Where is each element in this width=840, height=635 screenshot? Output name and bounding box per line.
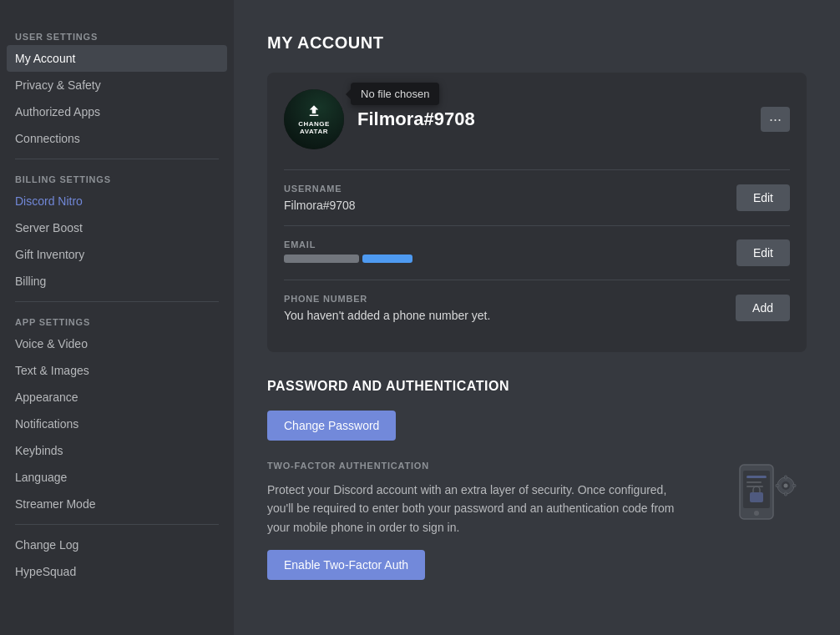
email-label: EMAIL xyxy=(284,239,723,249)
username-label: USERNAME xyxy=(284,184,723,194)
phone-field: PHONE NUMBER You haven't added a phone n… xyxy=(284,280,790,335)
no-file-tooltip: No file chosen xyxy=(351,83,439,105)
two-factor-illustration xyxy=(706,461,807,527)
svg-rect-3 xyxy=(746,476,767,478)
two-factor-label: TWO-FACTOR AUTHENTICATION xyxy=(267,461,690,471)
username-field: USERNAME Filmora#9708 Edit xyxy=(284,169,790,225)
email-edit-button[interactable]: Edit xyxy=(736,239,790,266)
sidebar-item-change-log[interactable]: Change Log xyxy=(7,532,227,558)
username-value: Filmora#9708 xyxy=(284,199,723,212)
enable-2fa-button[interactable]: Enable Two-Factor Auth xyxy=(267,550,425,580)
sidebar-item-voice-video[interactable]: Voice & Video xyxy=(7,330,227,357)
sidebar-item-hypesquad[interactable]: HypeSquad xyxy=(7,558,227,585)
profile-card: CHANGEAVATAR No file chosen Filmora#9708… xyxy=(267,73,807,352)
sidebar-item-discord-nitro[interactable]: Discord Nitro xyxy=(7,188,227,214)
username-edit-button[interactable]: Edit xyxy=(736,184,790,211)
main-content: MY ACCOUNT CHANGEAVATAR No file chosen F… xyxy=(234,0,840,635)
email-value xyxy=(284,255,723,263)
email-partial xyxy=(362,255,412,263)
username-field-content: USERNAME Filmora#9708 xyxy=(284,184,723,212)
email-field-content: EMAIL xyxy=(284,239,723,263)
password-auth-section: PASSWORD AND AUTHENTICATION Change Passw… xyxy=(267,379,807,580)
profile-header: CHANGEAVATAR No file chosen Filmora#9708… xyxy=(284,89,790,149)
phone-label: PHONE NUMBER xyxy=(284,294,722,304)
avatar-wrapper: CHANGEAVATAR No file chosen xyxy=(284,89,344,149)
sidebar-item-language[interactable]: Language xyxy=(7,464,227,491)
sidebar-item-privacy-safety[interactable]: Privacy & Safety xyxy=(7,72,227,98)
more-options-button[interactable]: ··· xyxy=(761,107,790,132)
sidebar-divider-2 xyxy=(15,301,219,302)
sidebar-item-connections[interactable]: Connections xyxy=(7,125,227,152)
sidebar-item-my-account[interactable]: My Account xyxy=(7,45,227,72)
sidebar-item-authorized-apps[interactable]: Authorized Apps xyxy=(7,98,227,125)
email-field: EMAIL Edit xyxy=(284,225,790,280)
two-factor-text: TWO-FACTOR AUTHENTICATION Protect your D… xyxy=(267,461,690,580)
phone-add-button[interactable]: Add xyxy=(736,295,790,321)
phone-value: You haven't added a phone number yet. xyxy=(284,309,722,322)
svg-rect-12 xyxy=(776,485,779,487)
svg-point-2 xyxy=(754,511,759,516)
change-avatar-label: CHANGEAVATAR xyxy=(298,120,330,135)
svg-point-9 xyxy=(784,484,788,488)
page-title: MY ACCOUNT xyxy=(267,33,807,53)
upload-icon xyxy=(306,103,321,118)
svg-rect-6 xyxy=(750,492,763,502)
sidebar-item-gift-inventory[interactable]: Gift Inventory xyxy=(7,241,227,268)
change-password-button[interactable]: Change Password xyxy=(267,411,396,441)
app-settings-section-label: App Settings xyxy=(7,309,227,330)
two-factor-description: Protect your Discord account with an ext… xyxy=(267,481,685,537)
phone-field-content: PHONE NUMBER You haven't added a phone n… xyxy=(284,294,722,322)
billing-settings-section-label: Billing Settings xyxy=(7,166,227,188)
password-auth-title: PASSWORD AND AUTHENTICATION xyxy=(267,379,807,394)
sidebar-item-keybinds[interactable]: Keybinds xyxy=(7,437,227,464)
sidebar-divider-3 xyxy=(15,524,219,525)
profile-display-name: Filmora#9708 xyxy=(357,108,761,130)
sidebar-item-streamer-mode[interactable]: Streamer Mode xyxy=(7,491,227,517)
sidebar-item-text-images[interactable]: Text & Images xyxy=(7,357,227,384)
sidebar: User Settings My Account Privacy & Safet… xyxy=(0,0,234,635)
svg-rect-13 xyxy=(792,485,796,487)
sidebar-item-appearance[interactable]: Appearance xyxy=(7,384,227,411)
svg-rect-4 xyxy=(746,481,762,483)
sidebar-item-server-boost[interactable]: Server Boost xyxy=(7,214,227,241)
sidebar-divider-1 xyxy=(15,159,219,159)
svg-rect-10 xyxy=(785,476,787,479)
svg-rect-11 xyxy=(785,492,787,496)
sidebar-item-billing[interactable]: Billing xyxy=(7,268,227,295)
email-dots xyxy=(284,255,359,263)
two-factor-content: TWO-FACTOR AUTHENTICATION Protect your D… xyxy=(267,461,807,580)
change-avatar-button[interactable]: CHANGEAVATAR xyxy=(284,89,344,149)
sidebar-item-notifications[interactable]: Notifications xyxy=(7,411,227,437)
user-settings-section-label: User Settings xyxy=(7,23,227,45)
